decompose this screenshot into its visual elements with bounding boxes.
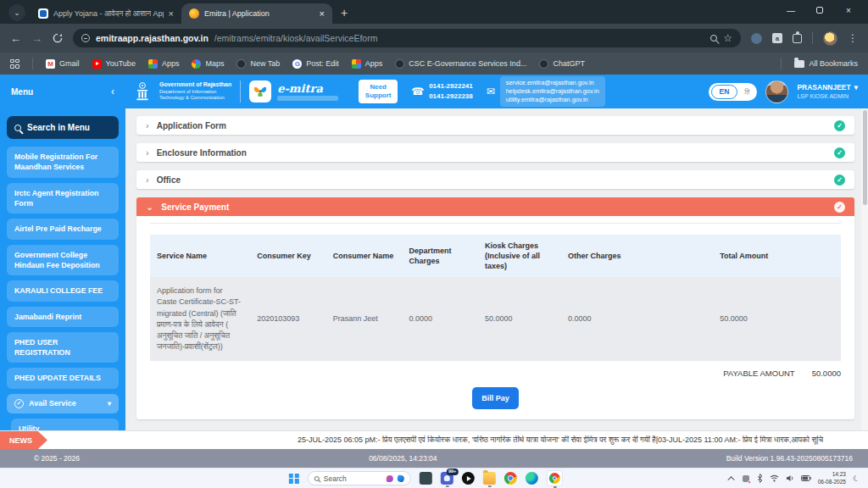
browser-menu-icon[interactable]: ⋮ (848, 32, 858, 44)
tab-close-icon[interactable]: × (169, 8, 174, 19)
minimize-button[interactable]: — (776, 0, 805, 20)
sidebar-item-phed-update-details[interactable]: PHED UPDATE DETAILS (7, 368, 119, 388)
bookmark-label: Apps (162, 59, 180, 68)
search-icon[interactable] (710, 35, 717, 42)
do-not-disturb-icon[interactable]: ☾ (852, 474, 860, 484)
screen-record-icon[interactable] (742, 474, 750, 483)
maximize-button[interactable] (805, 0, 834, 20)
screen: ⌄ Apply Yojana - आवेदन हो आसान Apply Yoj… (0, 0, 868, 488)
reload-icon (53, 33, 63, 43)
sidebar-item-karauli-college-fee[interactable]: KARAULI COLLEGE FEE (7, 280, 119, 301)
taskbar-app-file-explorer[interactable] (483, 472, 496, 485)
tray-date: 06-08-2025 (818, 479, 846, 485)
sidebar-item-govt-college-hindaun[interactable]: Government College Hindaun Fee Depositio… (7, 245, 119, 276)
tab-close-icon[interactable]: × (320, 8, 325, 19)
volume-icon[interactable] (786, 474, 794, 482)
accordion-office[interactable]: › Office ✓ (136, 170, 854, 189)
content-scrollbar[interactable] (861, 108, 868, 430)
language-en[interactable]: EN (711, 85, 738, 99)
search-input[interactable] (27, 123, 111, 132)
chevron-down-icon: ▾ (108, 400, 111, 408)
section-label: Office (157, 175, 181, 185)
bookmark-apps[interactable]: Apps (148, 59, 180, 69)
taskbar-app-teams[interactable]: 99+ (441, 472, 453, 485)
language-toggle[interactable]: EN हि (709, 83, 758, 101)
email-helpdesk: helpdesk.emitra@rajasthan.gov.in (506, 87, 599, 96)
bill-pay-button[interactable]: Bill Pay (472, 387, 519, 409)
bookmark-maps[interactable]: Maps (192, 59, 224, 69)
copilot-icon (397, 474, 404, 482)
bluetooth-icon[interactable] (757, 474, 763, 483)
accordion-enclosure-information[interactable]: › Enclosure Information ✓ (136, 143, 854, 162)
back-button[interactable]: ← (10, 33, 21, 44)
taskbar-search[interactable]: Search (308, 471, 411, 485)
bookmark-csc[interactable]: CSC E-Governance Services Ind... (395, 59, 526, 69)
accordion-application-form[interactable]: › Application Form ✓ (136, 116, 854, 135)
col-department-charges: Department Charges (402, 235, 478, 277)
phone-number-2: 0141-2922238 (429, 92, 473, 102)
tab-emitra-application[interactable]: Emitra | Application × (181, 3, 332, 24)
mail-icon: ✉ (487, 86, 495, 97)
bookmark-star-icon[interactable]: ☆ (723, 32, 732, 44)
all-bookmarks-button[interactable]: All Bookmarks (794, 59, 858, 68)
battery-icon[interactable] (801, 475, 811, 481)
sidebar-item-phed-user-registration[interactable]: PHED USER REGISTRATION (7, 332, 119, 363)
google-icon: G (292, 59, 302, 69)
taskbar-app-media-player[interactable] (462, 472, 475, 485)
collapse-sidebar-icon[interactable]: ‹ (111, 86, 114, 97)
translate-icon[interactable]: a (772, 33, 782, 43)
gov-department-text: Government of Rajasthan Department of In… (159, 81, 231, 101)
bookmark-gmail[interactable]: MGmail (46, 59, 80, 69)
sidebar-item-avail-service[interactable]: ✓ Avail Service ▾ (7, 394, 119, 413)
scrollbar-thumb[interactable] (863, 110, 867, 205)
footer-datetime: 06/08/2025, 14:23:04 (80, 454, 726, 463)
wifi-icon[interactable] (770, 474, 779, 482)
bookmark-new-tab[interactable]: New Tab (236, 59, 280, 69)
browser-profile-avatar[interactable] (823, 31, 837, 46)
reload-button[interactable] (53, 33, 63, 43)
forward-button[interactable]: → (31, 33, 42, 44)
user-avatar[interactable] (765, 80, 788, 103)
service-payment-panel: ⌄ Service Payment ✓ Service Name Consum (136, 197, 854, 419)
bookmark-apps-2[interactable]: Apps (352, 59, 383, 69)
taskbar-app-edge[interactable] (526, 472, 538, 485)
sidebar-item-mobile-registration[interactable]: Mobile Registration For Maandhan Service… (7, 147, 119, 178)
new-tab-button[interactable]: + (341, 6, 348, 19)
url-domain: emitraapp.rajasthan.gov.in (96, 33, 209, 43)
address-bar[interactable]: emitraapp.rajasthan.gov.in /emitrams/emi… (73, 29, 741, 47)
sidebar-search[interactable] (7, 116, 119, 139)
extensions-icon[interactable] (793, 34, 802, 43)
bookmark-post-edit[interactable]: GPost: Edit (292, 59, 339, 69)
news-ticker-text: 25-JUL-2025 06:05 pM:- प्रिय एलएसपी एवं … (47, 435, 868, 445)
tray-chevron-up-icon[interactable] (727, 476, 734, 483)
user-info[interactable]: PRASANNJEET▾ LSP KIOSK ADMIN (797, 83, 858, 100)
taskbar-app-chrome[interactable] (504, 472, 517, 485)
emitra-brand-text: e-mitra (277, 83, 338, 94)
profile-sync-icon[interactable] (751, 33, 762, 44)
chevron-down-icon: ▾ (854, 83, 858, 92)
apps-grid-icon[interactable] (10, 59, 19, 69)
tab-apply-yojana[interactable]: Apply Yojana - आवेदन हो आसान Apply Yojan… (31, 3, 181, 24)
start-button[interactable] (289, 474, 299, 484)
taskbar-app-notepad[interactable] (420, 472, 432, 485)
running-indicator (445, 485, 448, 487)
site-info-icon[interactable] (81, 34, 90, 42)
close-button[interactable]: × (834, 0, 863, 20)
accordion-service-payment[interactable]: ⌄ Service Payment ✓ (136, 197, 854, 216)
bookmark-chatgpt[interactable]: ChatGPT (539, 59, 585, 69)
tab-search-button[interactable]: ⌄ (8, 4, 25, 21)
browser-toolbar: ← → emitraapp.rajasthan.gov.in /emitrams… (0, 24, 868, 53)
tray-clock[interactable]: 14:23 06-08-2025 (818, 471, 846, 485)
bookmark-youtube[interactable]: YouTube (92, 59, 136, 69)
sidebar-item-airtel-recharge[interactable]: Airtel Pre Paid Recharge (7, 219, 119, 239)
taskbar-app-chrome-active[interactable] (547, 470, 563, 486)
sidebar-item-irctc-agent[interactable]: Irctc Agent Registration Form (7, 183, 119, 214)
language-hi[interactable]: हि (739, 86, 754, 98)
bookmarks-bar: MGmail YouTube Apps Maps New Tab GPost: … (0, 53, 868, 75)
news-badge: NEWS (0, 431, 47, 449)
sidebar-item-utility[interactable]: Utility (11, 419, 119, 430)
need-support-button[interactable]: Need Support (359, 80, 398, 104)
user-role: LSP KIOSK ADMIN (797, 92, 858, 100)
sidebar-item-jamabandi-reprint[interactable]: Jamabandi Reprint (7, 307, 119, 327)
sidebar-menu-header[interactable]: Menu ‹ (0, 75, 125, 108)
